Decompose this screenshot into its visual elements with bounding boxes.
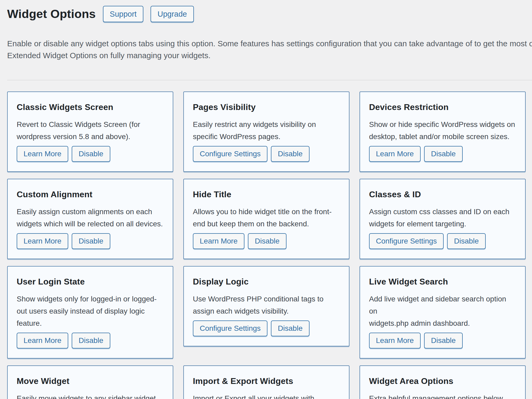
card-live-widget-search: Live Widget Search Add live widget and s…	[360, 266, 526, 359]
card-classic-widgets-screen: Classic Widgets Screen Revert to Classic…	[7, 91, 173, 172]
card-title: User Login State	[17, 277, 164, 287]
card-actions: Learn More Disable	[17, 233, 164, 249]
card-actions: Learn More Disable	[193, 233, 340, 249]
section-divider	[7, 80, 532, 80]
configure-settings-button[interactable]: Configure Settings	[193, 146, 267, 162]
disable-button[interactable]: Disable	[72, 333, 110, 348]
card-classes-and-id: Classes & ID Assign custom css classes a…	[360, 179, 526, 259]
card-import-export-widgets: Import & Export Widgets Import or Export…	[183, 365, 349, 399]
upgrade-button[interactable]: Upgrade	[151, 6, 194, 22]
disable-button[interactable]: Disable	[72, 146, 110, 162]
card-display-logic: Display Logic Use WordPress PHP conditio…	[183, 266, 349, 346]
card-actions: Learn More Disable	[17, 146, 164, 162]
disable-button[interactable]: Disable	[447, 233, 485, 249]
card-title: Classes & ID	[369, 189, 516, 199]
card-description: Easily restrict any widgets visibility o…	[193, 118, 340, 143]
disable-button[interactable]: Disable	[72, 233, 110, 249]
card-title: Hide Title	[193, 189, 340, 199]
card-actions: Configure Settings Disable	[193, 320, 340, 336]
card-title: Import & Export Widgets	[193, 376, 340, 386]
card-title: Display Logic	[193, 277, 340, 287]
card-title: Move Widget	[17, 376, 164, 386]
learn-more-button[interactable]: Learn More	[17, 233, 68, 249]
page-title: Widget Options	[7, 6, 96, 22]
card-actions: Learn More Disable	[369, 146, 516, 162]
learn-more-button[interactable]: Learn More	[193, 233, 244, 249]
card-title: Custom Alignment	[17, 189, 164, 199]
page-description: Enable or disable any widget options tab…	[7, 38, 532, 61]
disable-button[interactable]: Disable	[424, 146, 462, 162]
card-description: Easily move widgets to any sidebar widge…	[17, 392, 164, 399]
card-devices-restriction: Devices Restriction Show or hide specifi…	[360, 91, 526, 172]
learn-more-button[interactable]: Learn More	[369, 146, 421, 162]
card-move-widget: Move Widget Easily move widgets to any s…	[7, 365, 173, 399]
support-button[interactable]: Support	[103, 6, 144, 22]
card-title: Live Widget Search	[369, 277, 516, 287]
card-actions: Configure Settings Disable	[369, 233, 516, 249]
card-description: Revert to Classic Widgets Screen (for wo…	[17, 118, 164, 143]
card-title: Classic Widgets Screen	[17, 102, 164, 112]
disable-button[interactable]: Disable	[271, 320, 309, 336]
card-description: Show or hide specific WordPress widgets …	[369, 118, 516, 143]
card-description: Easily assign custom alignments on each …	[17, 206, 164, 230]
card-description: Show widgets only for logged-in or logge…	[17, 293, 164, 329]
card-title: Pages Visibility	[193, 102, 340, 112]
widget-options-page: Widget Options Support Upgrade Enable or…	[0, 0, 532, 399]
learn-more-button[interactable]: Learn More	[369, 333, 421, 348]
card-actions: Learn More Disable	[369, 333, 516, 348]
disable-button[interactable]: Disable	[271, 146, 309, 162]
feature-card-grid: Classic Widgets Screen Revert to Classic…	[7, 91, 526, 399]
learn-more-button[interactable]: Learn More	[17, 333, 68, 348]
disable-button[interactable]: Disable	[248, 233, 286, 249]
card-description: Allows you to hide widget title on the f…	[193, 206, 340, 230]
card-custom-alignment: Custom Alignment Easily assign custom al…	[7, 179, 173, 259]
card-title: Widget Area Options	[369, 376, 516, 386]
card-pages-visibility: Pages Visibility Easily restrict any wid…	[183, 91, 349, 172]
card-description: Extra helpful management options below	[369, 392, 516, 399]
card-user-login-state: User Login State Show widgets only for l…	[7, 266, 173, 359]
page-header: Widget Options Support Upgrade	[0, 0, 532, 22]
card-description: Use WordPress PHP conditional tags to as…	[193, 293, 340, 317]
disable-button[interactable]: Disable	[424, 333, 462, 348]
card-description: Assign custom css classes and ID on each…	[369, 206, 516, 230]
configure-settings-button[interactable]: Configure Settings	[369, 233, 444, 249]
card-widget-area-options: Widget Area Options Extra helpful manage…	[360, 365, 526, 399]
card-hide-title: Hide Title Allows you to hide widget tit…	[183, 179, 349, 259]
card-actions: Configure Settings Disable	[193, 146, 340, 162]
card-description: Import or Export all your widgets with	[193, 392, 340, 399]
card-description: Add live widget and sidebar search optio…	[369, 293, 516, 329]
card-actions: Learn More Disable	[17, 333, 164, 348]
card-title: Devices Restriction	[369, 102, 516, 112]
learn-more-button[interactable]: Learn More	[17, 146, 68, 162]
configure-settings-button[interactable]: Configure Settings	[193, 320, 267, 336]
